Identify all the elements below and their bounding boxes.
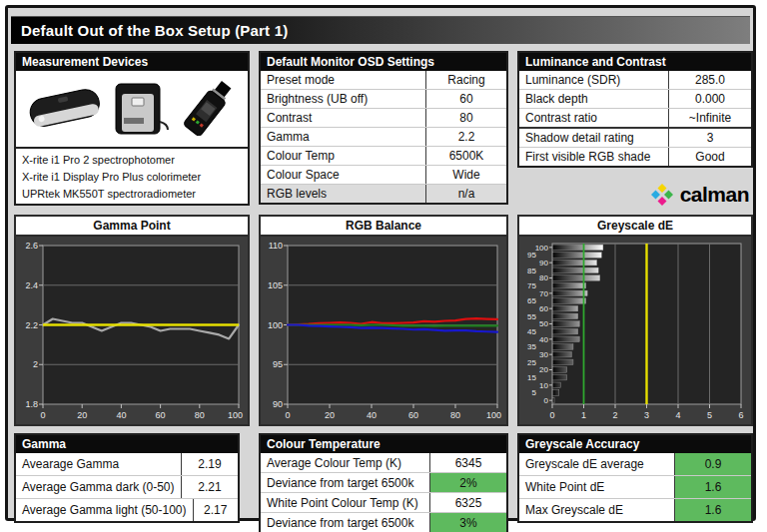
row-label: Contrast (261, 109, 425, 127)
spectroradiometer-image (178, 77, 240, 141)
row-label: Contrast ratio (519, 109, 668, 127)
calman-logo: calman (517, 182, 753, 208)
panel-luminance-contrast: Luminance and Contrast Luminance (SDR)28… (517, 51, 753, 168)
row-label: Shadow detail rating (519, 129, 668, 147)
svg-text:100: 100 (535, 244, 549, 253)
table-row: Average Colour Temp (K)6345 (261, 453, 506, 472)
row-label: Greyscale dE average (519, 453, 674, 475)
row-value: n/a (425, 185, 506, 203)
panel-header-colour-temp: Colour Temperature (261, 435, 506, 453)
svg-text:5: 5 (707, 410, 712, 420)
row-value: 3% (429, 513, 506, 532)
row-label: First visible RGB shade (519, 148, 668, 166)
row-value: 0.9 (674, 453, 751, 475)
colorimeter-image (110, 78, 170, 140)
row-label: Max Greyscale dE (519, 499, 674, 521)
row-label: Luminance (SDR) (519, 71, 668, 89)
svg-text:80: 80 (195, 410, 205, 420)
table-row: Greyscale dE average0.9 (519, 453, 751, 475)
row-label: White Point Colour Temp (K) (261, 493, 429, 512)
table-row: RGB levelsn/a (261, 184, 506, 203)
svg-text:30: 30 (539, 350, 548, 359)
row-value: Good (668, 148, 751, 166)
calman-logo-text: calman (680, 183, 749, 207)
device-list-item: X-rite i1 Pro 2 spectrophotomer (16, 151, 248, 168)
row-value: 0.000 (668, 90, 751, 108)
table-row: White Point dE1.6 (519, 475, 751, 498)
svg-text:6: 6 (738, 410, 743, 420)
row-value: Wide (425, 166, 506, 184)
row-label: Colour Temp (261, 147, 425, 165)
row-label: Brightness (UB off) (261, 90, 425, 108)
row-value: 6325 (429, 493, 506, 512)
panel-header-gamma: Gamma (16, 435, 238, 453)
svg-text:70: 70 (539, 289, 548, 298)
svg-text:80: 80 (539, 273, 548, 282)
table-row: Max Greyscale dE1.6 (519, 498, 751, 521)
svg-text:40: 40 (539, 335, 548, 344)
row-label: Deviance from target 6500k (261, 473, 429, 492)
svg-text:60: 60 (408, 410, 418, 420)
svg-text:75: 75 (527, 281, 536, 290)
table-row: Average Gamma dark (0-50)2.21 (16, 475, 238, 498)
panel-header-osd: Default Monitor OSD Settings (261, 53, 506, 71)
svg-text:40: 40 (367, 410, 377, 420)
svg-text:2: 2 (612, 410, 617, 420)
gamma-column: Gamma Avearage Gamma2.19Average Gamma da… (14, 433, 250, 532)
svg-text:100: 100 (228, 410, 243, 420)
table-row: Average Gamma light (50-100)2.17 (16, 498, 238, 521)
colour-temp-table: Average Colour Temp (K)6345Deviance from… (261, 453, 506, 532)
chart-greyscale-de: Greyscale dE 012345605101520253035404550… (517, 215, 753, 426)
table-row: Preset modeRacing (261, 71, 506, 89)
svg-text:60: 60 (156, 410, 166, 420)
svg-text:4: 4 (675, 410, 680, 420)
svg-text:100: 100 (268, 320, 283, 330)
page-title: Default Out of the Box Setup (Part 1) (11, 16, 750, 44)
table-row: Shadow detail rating3 (519, 127, 751, 147)
chart-title-rgb: RGB Balance (261, 217, 506, 237)
chart-plot-gamma: 1.822.22.42.6020406080100 (16, 237, 248, 424)
table-row: Contrast ratio~Infinite (519, 108, 751, 127)
row-value: 2% (429, 473, 506, 492)
row-label: Avearage Gamma (16, 453, 181, 475)
row-value: 1.6 (674, 476, 751, 498)
row-value: ~Infinite (668, 109, 751, 127)
svg-text:0: 0 (549, 410, 554, 420)
row-value: 3 (668, 129, 751, 147)
row-label: Average Gamma dark (0-50) (16, 476, 181, 498)
row-value: 60 (425, 90, 506, 108)
svg-text:5: 5 (532, 388, 537, 397)
svg-text:65: 65 (527, 296, 536, 305)
calman-diamond-icon (649, 182, 675, 208)
row-value: Racing (425, 71, 506, 89)
table-row: Colour SpaceWide (261, 165, 506, 184)
panel-header-devices: Measurement Devices (16, 53, 248, 71)
report-content: Measurement Devices (14, 51, 747, 532)
device-photos (16, 71, 248, 147)
row-value: 2.21 (181, 476, 238, 498)
row-label: RGB levels (261, 185, 425, 203)
bottom-row: Gamma Avearage Gamma2.19Average Gamma da… (14, 433, 747, 532)
panel-header-greyscale-accuracy: Greyscale Accuracy (519, 435, 751, 453)
row-value: 1.6 (674, 499, 751, 521)
svg-text:85: 85 (527, 266, 536, 275)
chart-rgb-balance: RGB Balance 9095100105110020406080100 (259, 215, 508, 426)
panel-greyscale-accuracy: Greyscale Accuracy Greyscale dE average0… (517, 433, 753, 523)
svg-text:1: 1 (581, 410, 586, 420)
svg-text:90: 90 (539, 259, 548, 267)
svg-text:2.4: 2.4 (25, 280, 38, 290)
row-label: Black depth (519, 90, 668, 108)
device-list-item: UPRtek MK550T spectroradiometer (16, 185, 248, 202)
svg-text:2.2: 2.2 (25, 320, 38, 330)
spectrophotometer-image (24, 78, 102, 140)
svg-text:100: 100 (486, 410, 501, 420)
top-row: Measurement Devices (14, 51, 747, 208)
row-value: 2.2 (425, 128, 506, 146)
row-label: Deviance from target 6500k (261, 513, 429, 532)
svg-text:0: 0 (40, 410, 45, 420)
svg-text:55: 55 (527, 312, 536, 321)
table-row: Black depth0.000 (519, 89, 751, 108)
svg-text:90: 90 (273, 399, 283, 409)
svg-text:20: 20 (539, 365, 548, 374)
svg-text:45: 45 (527, 327, 536, 336)
